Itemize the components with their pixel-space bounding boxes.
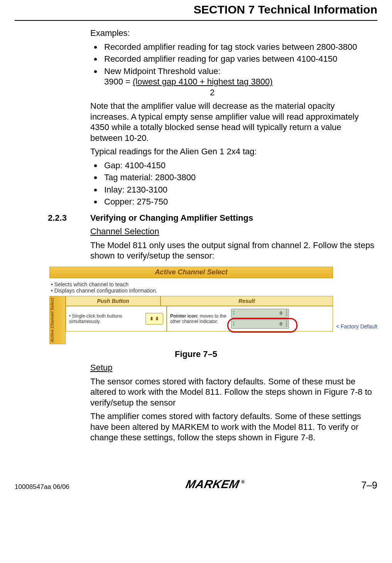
equation-numerator: (lowest gap 4100 + highest tag 3800) bbox=[133, 77, 273, 86]
typical-readings-list: Gap: 4100-4150 Tag material: 2800-3800 I… bbox=[90, 160, 375, 207]
figure-push-button-cell: • Single-click both buttons simultaneous… bbox=[66, 306, 167, 331]
figure-subpoint: Selects which channel to teach bbox=[51, 281, 333, 287]
figure-caption: Figure 7–5 bbox=[15, 349, 377, 359]
midpoint-label: New Midpoint Threshold value: bbox=[104, 66, 221, 76]
double-arrow-button-icon: ⬍ ⬍ bbox=[145, 313, 163, 325]
figure-col-header-result: Result bbox=[161, 296, 333, 306]
setup-heading: Setup bbox=[90, 362, 375, 373]
figure-col-header-push-button: Push Button bbox=[66, 296, 161, 306]
lcd-channel-1: ●● 0 12 bbox=[231, 309, 289, 318]
setup-paragraph-2: The amplifier comes stored with factory … bbox=[90, 411, 375, 443]
footer-brand-text: MARKEM bbox=[185, 478, 241, 491]
examples-label: Examples: bbox=[90, 28, 375, 39]
subsection-heading: 2.2.3 Verifying or Changing Amplifier Se… bbox=[48, 213, 375, 223]
footer-page-number: 7–9 bbox=[361, 480, 377, 491]
figure-push-button-text: Single-click both buttons simultaneously… bbox=[69, 313, 122, 324]
figure-titlebar: Active Channel Select bbox=[49, 267, 333, 278]
footer-logo: MARKEM® bbox=[185, 478, 246, 491]
lcd-channel-2: ●● 0 12 bbox=[231, 320, 289, 329]
registered-mark-icon: ® bbox=[242, 479, 245, 485]
subsection-number: 2.2.3 bbox=[48, 213, 90, 223]
list-item: Recorded amplifier reading for tag stock… bbox=[102, 42, 375, 52]
setup-paragraph-1: The sensor comes stored with factory def… bbox=[90, 376, 375, 408]
figure-result-cell: Pointer icon: moves to the other channel… bbox=[167, 306, 333, 331]
page-footer: 10008547aa 06/06 MARKEM® 7–9 bbox=[0, 478, 392, 498]
section-header: SECTION 7 Technical Information bbox=[15, 0, 377, 18]
examples-bullets: Recorded amplifier reading for tag stock… bbox=[90, 42, 375, 98]
figure-subpoint: Displays channel configuration informati… bbox=[51, 287, 333, 294]
list-item: Inlay: 2130-3100 bbox=[102, 184, 375, 195]
footer-doc-id: 10008547aa 06/06 bbox=[15, 483, 69, 491]
lcd-value: 0 bbox=[279, 321, 282, 327]
figure-side-label: Active Channel Select bbox=[49, 296, 66, 344]
list-item: New Midpoint Threshold value: 3900 = (lo… bbox=[102, 66, 375, 98]
typical-readings-label: Typical readings for the Alien Gen 1 2x4… bbox=[90, 146, 375, 157]
channel-selection-paragraph: The Model 811 only uses the output signa… bbox=[90, 240, 375, 261]
list-item: Copper: 275-750 bbox=[102, 196, 375, 207]
subsection-title: Verifying or Changing Amplifier Settings bbox=[90, 213, 253, 223]
lcd-value: 0 bbox=[279, 310, 282, 316]
list-item: Tag material: 2800-3800 bbox=[102, 172, 375, 183]
list-item: Recorded amplifier reading for gap varie… bbox=[102, 54, 375, 64]
factory-default-label: < Factory Default bbox=[336, 323, 377, 330]
note-paragraph: Note that the amplifier value will decre… bbox=[90, 101, 375, 143]
figure-7-5: Active Channel Select Selects which chan… bbox=[49, 267, 377, 344]
channel-selection-heading: Channel Selection bbox=[90, 226, 375, 237]
equation-denominator: 2 bbox=[139, 87, 286, 98]
header-rule bbox=[15, 20, 377, 21]
list-item: Gap: 4100-4150 bbox=[102, 160, 375, 171]
equation-lhs: 3900 = bbox=[104, 77, 133, 86]
